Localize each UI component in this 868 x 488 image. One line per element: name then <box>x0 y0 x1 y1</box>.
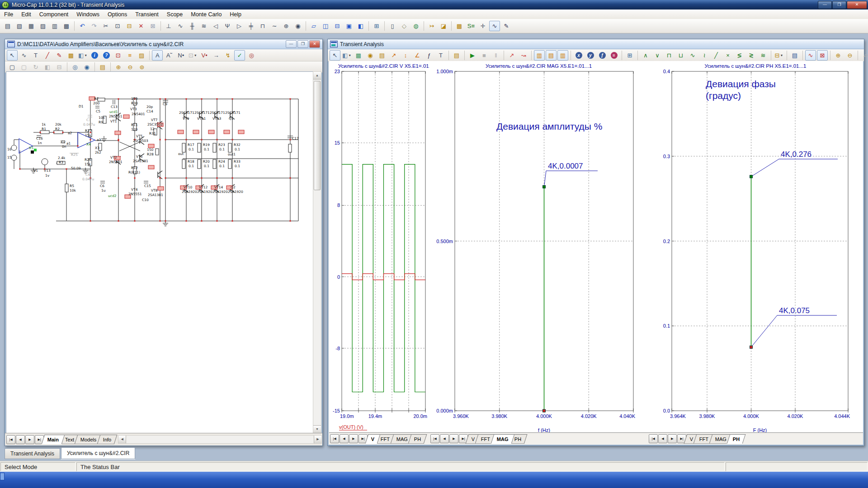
wire-component-icon[interactable]: ∿ <box>175 21 186 31</box>
line-mode-icon[interactable]: ╱ <box>42 50 53 61</box>
go-prev-button[interactable]: ◀ <box>16 435 25 444</box>
wire-mode-icon[interactable]: ∿ <box>19 50 29 61</box>
scroll-down-button[interactable]: ▼ <box>313 425 321 433</box>
zoom-in-icon[interactable]: ⊕ <box>113 62 124 72</box>
sine-source-component-icon[interactable]: ∼ <box>269 21 280 31</box>
menu-help[interactable]: Help <box>226 10 245 19</box>
tile-vertical-icon[interactable]: ◫ <box>320 21 331 31</box>
plot-svg[interactable]: 3.960K3.980K4.000K4.020K4.040K1.000m0.50… <box>429 61 648 434</box>
menu-edit[interactable]: Edit <box>17 10 35 19</box>
cascade-windows-icon[interactable]: ▱ <box>308 21 319 31</box>
scope-edit-icon[interactable]: ✎ <box>501 21 512 31</box>
go-first-button[interactable]: |◀ <box>649 434 658 443</box>
new-circuit-icon[interactable]: ▤ <box>2 21 13 31</box>
opamp-component-icon[interactable]: ▷ <box>234 21 245 31</box>
translate-to-spice-icon[interactable]: ▨ <box>38 21 48 31</box>
minimize-button[interactable]: — <box>818 1 832 9</box>
select-all-icon[interactable]: ⊠ <box>147 21 158 31</box>
schematic-window-titlebar[interactable]: D:\MC11\DATA\Audio Amplifiers\Васильев\У… <box>5 39 322 49</box>
overlap-windows-icon[interactable]: ▣ <box>344 21 354 31</box>
flip-horizontal-icon[interactable]: ◧ <box>42 62 53 72</box>
scroll-up-button[interactable]: ▲ <box>313 72 321 80</box>
find-component-icon[interactable]: ◉ <box>81 62 92 72</box>
select-window-icon[interactable]: ◪ <box>438 21 449 31</box>
component-panel-icon[interactable]: ▯ <box>387 21 398 31</box>
scroll-left-button[interactable]: ◀ <box>118 436 126 443</box>
windows-taskbar[interactable] <box>0 472 868 488</box>
revert-file-icon[interactable]: ▥ <box>49 21 60 31</box>
rotate-icon[interactable]: ↻ <box>30 62 41 72</box>
shape-editor-icon[interactable]: ◇ <box>399 21 410 31</box>
pan-tool-icon[interactable]: ✛ <box>477 21 488 31</box>
point-to-point-mode-icon[interactable]: ⊡ <box>113 50 123 61</box>
calculator-icon[interactable]: ⊞ <box>371 21 382 31</box>
show-current-direction-icon[interactable]: → <box>211 50 222 61</box>
menu-windows[interactable]: Windows <box>72 10 104 19</box>
child-restore-button[interactable]: ❐ <box>297 40 308 48</box>
document-tab[interactable]: Усилитель с шун&#2.CIR <box>61 447 135 459</box>
print-icon[interactable]: ▩ <box>61 21 72 31</box>
go-next-button[interactable]: ▶ <box>349 434 358 443</box>
show-node-voltages-icon[interactable]: V• <box>199 50 210 61</box>
go-prev-button[interactable]: ◀ <box>658 434 667 443</box>
go-prev-button[interactable]: ◀ <box>340 434 349 443</box>
diode-component-icon[interactable]: ◁ <box>210 21 221 31</box>
go-first-button[interactable]: |◀ <box>330 434 339 443</box>
schematic-canvas[interactable]: 1kR120kR2C161nC20na2a1a3X5X4X32k2R2715kR… <box>6 71 314 433</box>
menu-monte-carlo[interactable]: Monte Carlo <box>187 10 226 19</box>
copy-disabled-icon[interactable]: ⊡▼ <box>187 50 198 61</box>
resistor-component-icon[interactable]: ≋ <box>198 21 209 31</box>
sequence-tool-icon[interactable]: S≡ <box>466 21 476 31</box>
tab-mag[interactable]: MAG <box>491 434 514 444</box>
document-tab[interactable]: Transient Analysis <box>5 448 60 459</box>
close-button[interactable]: ✕ <box>847 1 867 9</box>
schematic-vertical-scrollbar[interactable]: ▲ ▼ <box>313 71 321 433</box>
horizontal-scrollbar[interactable]: ◀▶ <box>118 435 322 444</box>
scope-mode-icon[interactable]: ∿ <box>489 21 500 31</box>
save-file-icon[interactable]: ▦ <box>26 21 37 31</box>
info-page-icon[interactable]: ▤ <box>97 62 108 72</box>
redo-icon[interactable]: ↷ <box>89 21 99 31</box>
help-mode-icon[interactable]: ? <box>101 50 112 61</box>
animated-meter-component-icon[interactable]: ◉ <box>292 21 303 31</box>
maximize-window-icon[interactable]: ◧ <box>355 21 366 31</box>
go-next-button[interactable]: ▶ <box>25 435 34 444</box>
zoom-value-icon[interactable]: ⊚ <box>137 62 147 72</box>
go-next-button[interactable]: ▶ <box>449 434 458 443</box>
go-first-button[interactable]: |◀ <box>430 434 439 443</box>
zoom-out-icon[interactable]: ⊖ <box>125 62 136 72</box>
cut-icon[interactable]: ✂ <box>100 21 111 31</box>
find-signal-icon[interactable]: ◎ <box>70 62 80 72</box>
show-power-icon[interactable]: ↯ <box>222 50 233 61</box>
menu-options[interactable]: Options <box>104 10 131 19</box>
flip-vertical-icon[interactable]: ⊟ <box>54 62 65 72</box>
select-mode-icon[interactable]: ↖ <box>7 50 18 61</box>
show-conditions-icon[interactable]: ◎ <box>246 50 257 61</box>
tab-ph[interactable]: PH <box>408 434 427 444</box>
scroll-right-button[interactable]: ▶ <box>314 436 321 443</box>
picture-tool-icon[interactable]: ▩ <box>454 21 465 31</box>
plot-svg[interactable]: 19.0m19.4m20.0m231580-8-15v(OUT) (V)T (S… <box>329 61 429 434</box>
run-probe-icon[interactable]: ↣ <box>426 21 437 31</box>
go-next-button[interactable]: ▶ <box>668 434 677 443</box>
text-mode-icon[interactable]: T <box>30 50 41 61</box>
info-mode-icon[interactable]: i <box>89 50 100 61</box>
plot-svg[interactable]: 3.964K3.980K4.000K4.020K4.044K0.40.30.20… <box>648 61 863 434</box>
select-box-icon[interactable]: ▢ <box>7 62 18 72</box>
go-prev-button[interactable]: ◀ <box>440 434 449 443</box>
show-node-numbers-icon[interactable]: N• <box>175 50 186 61</box>
open-file-icon[interactable]: ▧ <box>14 21 25 31</box>
capacitor-component-icon[interactable]: ╫ <box>187 21 198 31</box>
copy-icon[interactable]: ⊡ <box>112 21 123 31</box>
graphics-mode-icon[interactable]: ✎ <box>54 50 65 61</box>
flag-mode-icon[interactable]: ▨ <box>136 50 147 61</box>
pulse-source-component-icon[interactable]: ⊓ <box>257 21 268 31</box>
undo-icon[interactable]: ↶ <box>77 21 88 31</box>
scroll-thumb[interactable] <box>314 81 321 190</box>
micro-cap-web-icon[interactable]: ◍ <box>410 21 421 31</box>
clear-box-icon[interactable]: ▢ <box>19 62 29 72</box>
child-minimize-button[interactable]: — <box>286 40 297 48</box>
battery-component-icon[interactable]: ╪ <box>245 21 256 31</box>
npn-transistor-component-icon[interactable]: Ψ <box>222 21 233 31</box>
go-first-button[interactable]: |◀ <box>6 435 15 444</box>
